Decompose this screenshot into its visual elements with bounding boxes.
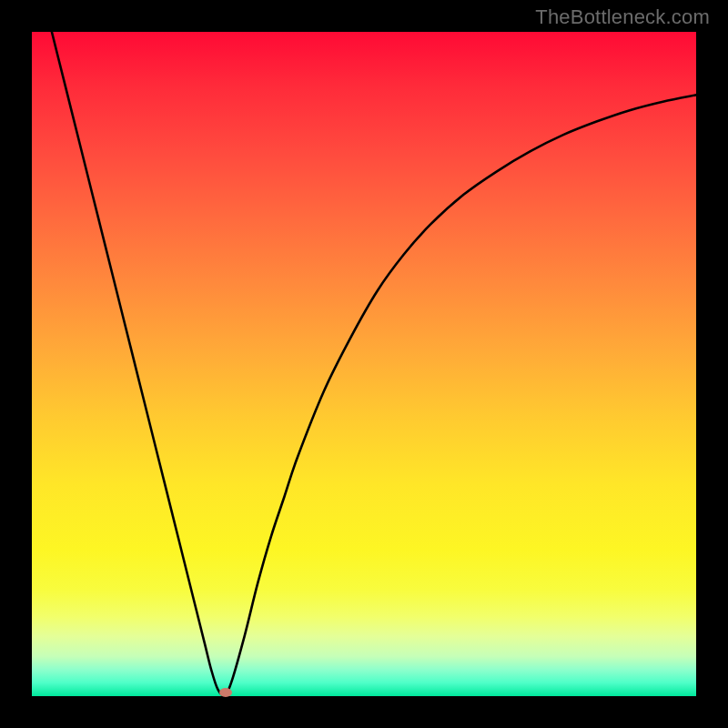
plot-area (32, 32, 696, 696)
watermark-text: TheBottleneck.com (535, 5, 710, 29)
optimum-marker (219, 688, 232, 697)
chart-container: TheBottleneck.com (0, 0, 728, 728)
